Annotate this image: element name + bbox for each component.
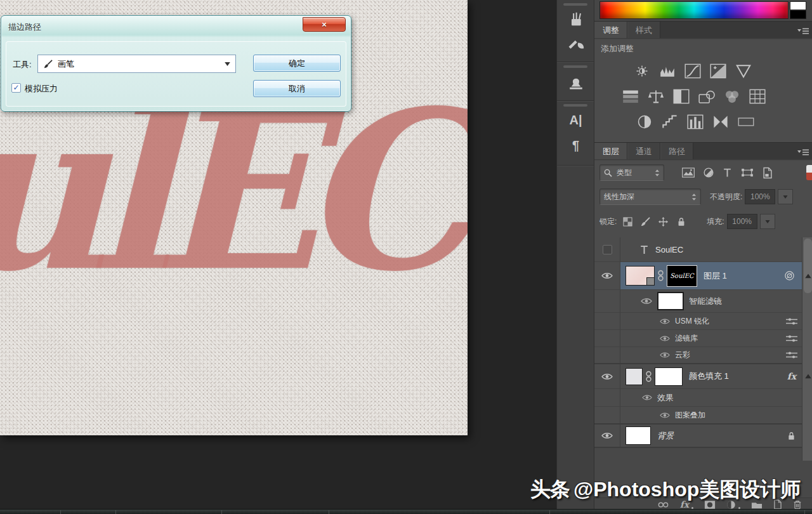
color-lookup-icon[interactable] xyxy=(749,89,766,104)
layer-row-effects[interactable]: 效果 xyxy=(594,389,812,407)
black-swatch[interactable] xyxy=(790,10,806,19)
visibility-cell[interactable] xyxy=(594,425,620,447)
layer-mask-thumbnail[interactable] xyxy=(655,367,683,386)
tool-dropdown[interactable]: 画笔 xyxy=(37,55,236,73)
filter-mask-thumbnail[interactable] xyxy=(657,292,684,310)
lock-position-icon[interactable] xyxy=(658,216,669,227)
layer-filter-toggle[interactable] xyxy=(806,165,812,180)
simulate-pressure-checkbox[interactable]: ✓ xyxy=(11,83,21,93)
fill-dropdown-button[interactable] xyxy=(760,214,775,229)
white-swatch[interactable] xyxy=(790,1,806,10)
tab-paths[interactable]: 路径 xyxy=(660,143,693,159)
eye-icon[interactable] xyxy=(641,297,652,305)
gradient-map-icon[interactable] xyxy=(738,114,754,129)
filter-blend-options-icon[interactable] xyxy=(786,334,797,343)
mask-link-icon[interactable] xyxy=(645,371,652,383)
opacity-value[interactable]: 100% xyxy=(745,189,775,204)
layer-row-clouds[interactable]: 云彩 xyxy=(594,347,812,364)
layer-row-layer1[interactable]: SoulEC 图层 1 xyxy=(594,262,812,290)
color-spectrum-ramp[interactable] xyxy=(599,1,789,19)
threshold-icon[interactable] xyxy=(687,114,704,129)
layer-row-soulec-type[interactable]: SoulEC xyxy=(594,237,812,262)
paragraph-panel-icon[interactable]: ¶ xyxy=(557,138,594,153)
layers-scrollbar[interactable] xyxy=(802,237,812,461)
layer-filter-kind-select[interactable]: 类型 xyxy=(599,164,664,181)
color-balance-icon[interactable] xyxy=(648,89,664,104)
eye-icon[interactable] xyxy=(660,334,670,343)
ok-button[interactable]: 确定 xyxy=(253,55,341,72)
filter-type-layers-icon[interactable] xyxy=(723,167,732,178)
tab-channels[interactable]: 通道 xyxy=(627,143,660,159)
brush-panel-icon[interactable] xyxy=(567,10,585,28)
triangle-down-icon xyxy=(783,195,788,199)
posterize-icon[interactable] xyxy=(662,114,678,129)
layer-row-filter-gallery[interactable]: 滤镜库 xyxy=(594,330,812,347)
tab-layers[interactable]: 图层 xyxy=(594,143,627,159)
background-thumbnail[interactable] xyxy=(625,426,651,445)
mask-link-icon[interactable] xyxy=(657,270,664,282)
collapse-filters-icon[interactable] xyxy=(805,273,811,278)
collapse-effects-icon[interactable] xyxy=(805,374,811,379)
eye-icon[interactable] xyxy=(660,411,670,419)
lock-transparency-icon[interactable] xyxy=(623,217,632,227)
double-caret-icon xyxy=(691,193,697,201)
layer-thumbnail[interactable] xyxy=(625,266,655,286)
panel-group-label xyxy=(563,104,587,107)
layer-row-background[interactable]: 背景 xyxy=(594,425,812,448)
photo-filter-icon[interactable] xyxy=(698,89,715,104)
levels-icon[interactable] xyxy=(659,63,676,79)
hue-saturation-icon[interactable] xyxy=(622,89,639,104)
filter-blend-options-icon[interactable] xyxy=(786,317,797,326)
vibrance-icon[interactable] xyxy=(735,63,752,79)
eye-icon[interactable] xyxy=(660,351,670,359)
tab-styles[interactable]: 样式 xyxy=(627,22,660,38)
brightness-contrast-icon[interactable] xyxy=(634,63,650,79)
strip-divider xyxy=(557,62,594,62)
eye-icon[interactable] xyxy=(601,372,613,381)
character-panel-icon[interactable]: A| xyxy=(557,113,594,128)
invert-icon[interactable] xyxy=(636,114,653,129)
black-white-icon[interactable] xyxy=(673,89,690,104)
smart-filter-badge-icon[interactable] xyxy=(784,270,795,281)
fill-value[interactable]: 100% xyxy=(727,214,757,229)
blend-mode-select[interactable]: 线性加深 xyxy=(599,188,701,205)
panel-menu-icon[interactable] xyxy=(797,148,809,156)
dialog-close-button[interactable]: × xyxy=(303,17,346,32)
visibility-cell[interactable] xyxy=(594,262,620,289)
visibility-cell[interactable] xyxy=(594,364,620,388)
scrollbar-thumb[interactable] xyxy=(804,239,812,293)
layer-mask-thumbnail-selected[interactable]: SoulEC xyxy=(667,265,697,287)
opacity-dropdown-button[interactable] xyxy=(778,189,793,204)
filter-pixel-layers-icon[interactable] xyxy=(682,167,695,178)
lock-all-icon[interactable] xyxy=(676,216,686,227)
channel-mixer-icon[interactable] xyxy=(724,89,740,104)
eye-icon[interactable] xyxy=(601,432,613,440)
visibility-cell[interactable] xyxy=(594,237,620,261)
cancel-button[interactable]: 取消 xyxy=(253,80,341,97)
panel-menu-icon[interactable] xyxy=(797,27,809,35)
eye-icon[interactable] xyxy=(601,272,613,280)
curves-icon[interactable] xyxy=(684,63,701,79)
fill-layer-thumbnail[interactable] xyxy=(625,368,643,385)
visibility-cell xyxy=(594,313,620,329)
eye-icon[interactable] xyxy=(642,393,652,402)
tool-label: 工具: xyxy=(13,59,32,70)
lock-image-icon[interactable] xyxy=(640,217,650,227)
filter-adjustment-layers-icon[interactable] xyxy=(704,167,714,178)
eye-icon[interactable] xyxy=(660,317,670,326)
clone-source-panel-icon[interactable] xyxy=(567,72,585,90)
layer-row-pattern-overlay[interactable]: 图案叠加 xyxy=(594,407,812,425)
brush-presets-icon[interactable] xyxy=(567,36,585,53)
filter-smart-objects-icon[interactable] xyxy=(763,167,772,179)
filter-shape-layers-icon[interactable] xyxy=(741,167,754,178)
exposure-icon[interactable] xyxy=(710,63,726,79)
visibility-toggle-off[interactable] xyxy=(603,245,612,254)
selective-color-icon[interactable] xyxy=(712,114,729,129)
tab-adjustments[interactable]: 调整 xyxy=(594,22,627,38)
strip-divider xyxy=(557,165,594,166)
layer-row-usm-sharpen[interactable]: USM 锐化 xyxy=(594,313,812,330)
layer-row-smart-filters[interactable]: 智能滤镜 xyxy=(594,290,812,313)
filter-blend-options-icon[interactable] xyxy=(786,351,797,359)
layer-style-badge[interactable]: fx xyxy=(787,371,796,381)
layer-row-color-fill[interactable]: 颜色填充 1 fx xyxy=(594,364,812,389)
